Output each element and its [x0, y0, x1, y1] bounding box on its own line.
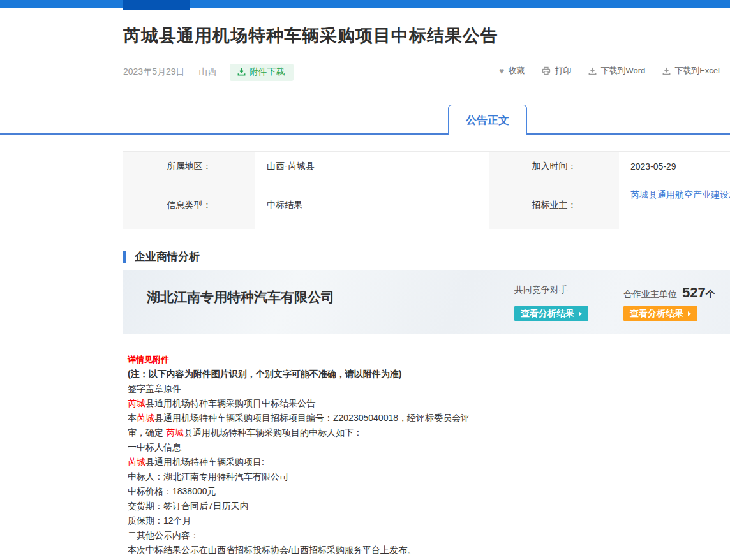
province-label: 山西	[199, 66, 217, 78]
info-type-label-cell: 信息类型：	[123, 181, 255, 229]
download-icon	[588, 67, 597, 75]
content-segment: 交货期：签订合同后7日历天内	[128, 501, 249, 511]
content-segment: 县通用机场特种车辆采购项目招标项目编号：Z202305040018，经评标委员会…	[154, 413, 470, 423]
heart-icon: ♥	[499, 66, 504, 75]
tab-underline	[0, 133, 730, 135]
attachment-download-label: 附件下载	[250, 66, 285, 78]
info-type-value-cell: 中标结果	[255, 181, 489, 229]
meta-row: 2023年5月29日 山西 附件下载	[123, 64, 294, 80]
page-title: 芮城县通用机场特种车辆采购项目中标结果公告	[123, 24, 498, 47]
company-analysis-card: 湖北江南专用特种汽车有限公司 共同竞争对手 查看分析结果 合作业主单位 527个…	[123, 270, 730, 334]
content-segment: 一中标人信息	[128, 442, 181, 452]
download-excel-label: 下载到Excel	[674, 65, 720, 77]
download-excel-button[interactable]: 下载到Excel	[662, 65, 720, 77]
content-line: (注：以下内容为附件图片识别，个别文字可能不准确，请以附件为准)	[128, 367, 702, 381]
printer-icon	[542, 66, 551, 75]
region-label-cell: 所属地区：	[123, 152, 255, 181]
partners-count: 527	[682, 284, 706, 300]
content-segment: 县通用机场特种车辆采购项目中标结果公告	[145, 398, 315, 408]
content-line: 质保期：12个月	[128, 513, 702, 528]
print-label: 打印	[555, 65, 571, 77]
region-value-cell: 山西-芮城县	[255, 152, 489, 181]
content-line: 芮城县通用机场特种车辆采购项目:	[128, 455, 702, 469]
content-segment: 本次中标结果公示在山西省招标投标协会/山西招标采购服务平台上发布。	[128, 545, 416, 555]
content-line: 签字盖章原件	[128, 381, 702, 396]
content-segment: 审，确定	[128, 427, 166, 438]
analysis-section-header: 企业商情分析	[123, 249, 200, 264]
content-line: 芮城县通用机场特种车辆采购项目中标结果公告	[128, 396, 702, 411]
content-segment: 二其他公示内容：	[128, 530, 199, 540]
content-segment: 签字盖章原件	[128, 383, 181, 394]
content-line: 审，确定 芮城县通用机场特种车辆采购项目的中标人如下：	[128, 425, 702, 440]
actions-row: ♥ 收藏 打印 下载到Word 下	[499, 65, 720, 77]
highlighted-keyword: 芮城	[128, 457, 145, 467]
content-line: 详情见附件	[128, 352, 702, 367]
competitors-group: 共同竞争对手 查看分析结果	[514, 284, 588, 321]
content-line: 中标价格：1838000元	[128, 484, 702, 499]
publish-date: 2023年5月29日	[123, 66, 185, 78]
tab-announcement-body[interactable]: 公告正文	[448, 105, 527, 135]
competitors-label: 共同竞争对手	[514, 284, 568, 296]
tender-owner-label-cell: 招标业主：	[489, 181, 619, 229]
caret-right-icon	[688, 311, 691, 316]
download-word-button[interactable]: 下载到Word	[588, 65, 645, 77]
view-competitors-label: 查看分析结果	[521, 308, 574, 320]
section-accent-bar	[123, 251, 126, 263]
partners-group: 合作业主单位 527个 查看分析结果	[623, 284, 715, 321]
content-segment: 中标价格：1838000元	[128, 486, 216, 496]
caret-right-icon	[579, 311, 582, 316]
download-word-label: 下载到Word	[600, 65, 645, 77]
analysis-section-title: 企业商情分析	[135, 249, 200, 264]
partners-unit: 个	[706, 288, 715, 299]
partners-label: 合作业主单位	[623, 289, 677, 300]
highlighted-keyword: 芮城	[137, 413, 154, 423]
top-nav-bar	[0, 0, 730, 8]
download-icon	[237, 68, 246, 76]
page: 芮城县通用机场特种车辆采购项目中标结果公告 2023年5月29日 山西 附件下载…	[0, 0, 730, 560]
content-line: 本次中标结果公示在山西省招标投标协会/山西招标采购服务平台上发布。	[128, 543, 702, 557]
download-icon	[662, 67, 671, 75]
content-line: 二其他公示内容：	[128, 528, 702, 543]
company-name: 湖北江南专用特种汽车有限公司	[147, 288, 334, 306]
content-line: 交货期：签订合同后7日历天内	[128, 499, 702, 513]
favorite-label: 收藏	[508, 65, 525, 77]
view-partners-label: 查看分析结果	[630, 308, 683, 320]
tender-owner-value-cell: 芮城县通用航空产业建设发	[619, 181, 730, 229]
content-segment: 详情见附件	[128, 355, 169, 364]
tab-label: 公告正文	[466, 113, 509, 128]
highlighted-keyword: 芮城	[128, 398, 145, 408]
content-segment: 县通用机场特种车辆采购项目:	[145, 457, 264, 467]
join-time-value-cell: 2023-05-29	[619, 152, 730, 181]
content-segment: (注：以下内容为附件图片识别，个别文字可能不准确，请以附件为准)	[128, 369, 401, 379]
highlighted-keyword: 芮城	[166, 427, 184, 438]
join-time-label-cell: 加入时间：	[489, 152, 619, 181]
content-line: 本芮城县通用机场特种车辆采购项目招标项目编号：Z202305040018，经评标…	[128, 411, 702, 425]
view-partners-button[interactable]: 查看分析结果	[623, 306, 697, 321]
content-segment: 质保期：12个月	[128, 515, 191, 526]
content-line: 一中标人信息	[128, 440, 702, 455]
view-competitors-button[interactable]: 查看分析结果	[514, 306, 588, 321]
print-button[interactable]: 打印	[542, 65, 571, 77]
content-segment: 中标人：湖北江南专用特种汽车有限公司	[128, 471, 288, 482]
info-table: 所属地区： 山西-芮城县 加入时间： 2023-05-29 信息类型： 中标结果…	[123, 151, 730, 229]
favorite-button[interactable]: ♥ 收藏	[499, 65, 525, 77]
tender-owner-link[interactable]: 芮城县通用航空产业建设发	[630, 189, 730, 201]
content-segment: 本	[128, 413, 137, 423]
content-segment: 县通用机场特种车辆采购项目的中标人如下：	[184, 427, 362, 438]
top-nav-active-segment[interactable]	[123, 0, 190, 10]
attachment-download-button[interactable]: 附件下载	[230, 64, 294, 81]
content-line: 中标人：湖北江南专用特种汽车有限公司	[128, 469, 702, 484]
body-text: 详情见附件(注：以下内容为附件图片识别，个别文字可能不准确，请以附件为准)签字盖…	[128, 352, 702, 557]
